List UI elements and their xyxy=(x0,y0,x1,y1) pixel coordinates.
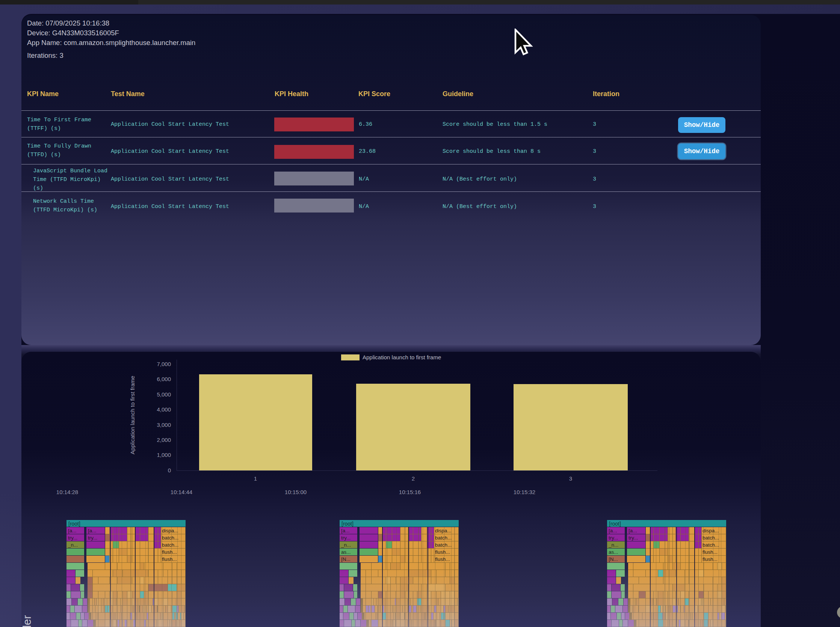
svg-text:[root]: [root] xyxy=(341,521,354,527)
svg-text:batch...: batch... xyxy=(162,535,178,540)
svg-text:[a...: [a... xyxy=(628,528,637,534)
svg-text:batch...: batch... xyxy=(435,542,452,548)
svg-text:_n...: _n... xyxy=(608,542,618,548)
svg-text:dispa...: dispa... xyxy=(162,528,178,534)
svg-text:try...: try... xyxy=(68,535,77,540)
svg-text:try...: try... xyxy=(341,535,351,540)
svg-text:[a...: [a... xyxy=(68,528,77,534)
svg-text:_n...: _n... xyxy=(68,542,78,548)
svg-text:flush...: flush... xyxy=(703,556,717,562)
svg-text:[N...: [N... xyxy=(609,556,618,562)
svg-text:[N...: [N... xyxy=(341,556,351,562)
svg-text:dispa...: dispa... xyxy=(435,528,452,534)
svg-text:flush...: flush... xyxy=(703,549,717,555)
svg-text:[a...: [a... xyxy=(88,528,96,534)
svg-text:batch...: batch... xyxy=(703,535,719,540)
svg-text:as...: as... xyxy=(609,549,618,555)
svg-text:flush...: flush... xyxy=(162,556,177,562)
svg-text:[a...: [a... xyxy=(609,528,617,534)
svg-text:flush...: flush... xyxy=(162,549,177,555)
svg-text:[a...: [a... xyxy=(341,528,350,534)
svg-text:dispa...: dispa... xyxy=(703,528,719,534)
svg-text:try...: try... xyxy=(628,535,638,540)
svg-text:try...: try... xyxy=(88,535,97,540)
svg-text:flush...: flush... xyxy=(435,549,450,555)
svg-text:_n...: _n... xyxy=(341,542,351,548)
svg-text:[root]: [root] xyxy=(609,521,621,527)
svg-text:batch...: batch... xyxy=(435,535,452,540)
svg-text:try...: try... xyxy=(609,535,618,540)
svg-text:batch...: batch... xyxy=(162,542,178,548)
svg-text:flush...: flush... xyxy=(435,556,450,562)
svg-text:batch...: batch... xyxy=(703,542,719,548)
svg-text:[root]: [root] xyxy=(68,521,81,527)
svg-text:as...: as... xyxy=(341,549,351,555)
